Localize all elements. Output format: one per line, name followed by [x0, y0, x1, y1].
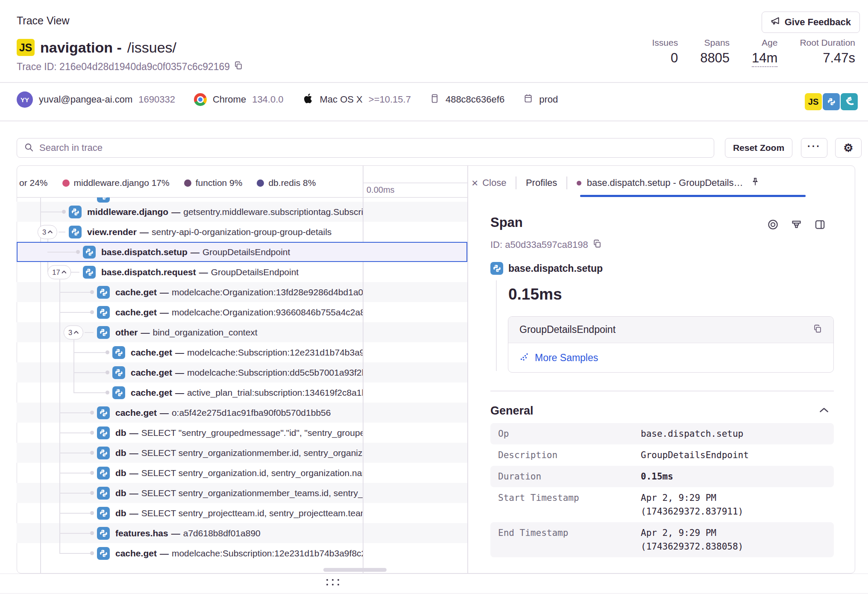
span-row-content: features.has—a7d618b8df01a890 — [97, 523, 363, 543]
span-heading: Span — [490, 215, 523, 230]
span-row-label: cache.get—modelcache:Subscription:dd5c5b… — [131, 368, 363, 378]
tree-connector-dot — [106, 371, 109, 374]
copy-icon[interactable] — [813, 324, 822, 336]
span-row-label: cache.get—modelcache:Subscription:12e231… — [115, 548, 363, 559]
collapse-badge[interactable]: 3 — [64, 325, 83, 339]
pin-icon[interactable] — [751, 177, 760, 189]
span-row-content: base.dispatch.request—GroupDetailsEndpoi… — [83, 262, 363, 282]
search-input[interactable] — [38, 142, 707, 154]
span-row-content: cache.get—modelcache:Subscription:12e231… — [97, 543, 363, 563]
more-samples-link[interactable]: More Samples — [535, 352, 598, 364]
legend-item[interactable]: db.redis 8% — [257, 178, 316, 188]
tab-profiles[interactable]: Profiles — [526, 177, 557, 188]
span-row-label: features.has—a7d618b8df01a890 — [115, 528, 261, 538]
trace-stats: Issues0Spans8805Age14mRoot Duration7.47s — [652, 38, 855, 67]
timeline-detail-divider[interactable] — [467, 166, 468, 573]
tree-connector — [59, 533, 92, 534]
transaction-name: navigation - — [40, 39, 122, 56]
bottom-resize-bar — [0, 574, 868, 594]
detail-guideline — [496, 280, 497, 371]
general-row-description: DescriptionGroupDetailsEndpoint — [490, 444, 834, 466]
span-row-label: cache.get—modelcache:Organization:936608… — [115, 307, 363, 318]
split-panel-icon[interactable] — [814, 219, 826, 232]
general-table: Opbase.dispatch.setupDescriptionGroupDet… — [490, 423, 834, 557]
transaction-path: /issues/ — [127, 39, 176, 56]
tree-connector-dot — [90, 511, 94, 515]
python-icon — [97, 306, 110, 319]
span-row-content: cache.get—modelcache:Organization:13fd28… — [97, 282, 363, 302]
tree-connector-dot — [90, 491, 94, 495]
span-id: ID: a50d33a597ca8198 — [490, 239, 602, 251]
reset-zoom-button[interactable]: Reset Zoom — [725, 138, 792, 158]
span-row-content: other—bind_organization_context — [97, 322, 363, 342]
page-title: Trace View — [17, 15, 70, 27]
general-key: Start Timestamp — [498, 491, 641, 518]
tree-connector — [73, 372, 107, 373]
general-value: Apr 2, 9:29 PM (1743629372.838058) — [641, 526, 743, 553]
copy-icon[interactable] — [592, 239, 602, 251]
general-key: Description — [498, 448, 641, 462]
settings-button[interactable]: ⚙ — [835, 138, 862, 158]
browser-name: Chrome — [213, 94, 246, 105]
section-divider — [490, 391, 834, 391]
python-icon — [97, 426, 110, 439]
span-row-label: db—SELECT sentry_organizationmember.id, … — [115, 448, 363, 458]
stat-root-duration: Root Duration7.47s — [800, 38, 855, 67]
span-row-content: view.render—sentry-api-0-organization-gr… — [69, 222, 363, 242]
active-tab-underline — [580, 195, 806, 197]
trace-id: Trace ID: 216e04d28d1940da9c0f0357c6c921… — [17, 61, 243, 73]
span-row-label: cache.get—o:a5f42e275d1ac91fba90f0b570d1… — [115, 408, 331, 418]
span-row-content: cache.get—active_plan_trial:subscription… — [112, 382, 363, 403]
span-ops-legend: or 24%middleware.django 17%function 9%db… — [19, 174, 361, 191]
tree-connector — [59, 232, 65, 232]
python-icon — [69, 206, 82, 218]
falcon-platform-icon — [841, 93, 858, 110]
legend-item[interactable]: or 24% — [19, 178, 48, 188]
span-row-label: db—SELECT sentry_organizationmember_team… — [115, 488, 363, 498]
close-tab-label[interactable]: Close — [482, 177, 506, 188]
span-row-label: cache.get—modelcache:Subscription:12e231… — [131, 347, 363, 358]
python-icon — [83, 266, 96, 279]
tab-active-span[interactable]: base.dispatch.setup - GroupDetails… — [587, 177, 743, 188]
tree-connector — [59, 513, 92, 514]
python-icon — [97, 527, 110, 540]
general-value: Apr 2, 9:29 PM (1743629372.837911) — [641, 491, 743, 518]
python-icon — [83, 246, 96, 259]
horizontal-scrollbar[interactable] — [323, 568, 387, 572]
python-icon — [490, 262, 503, 275]
flamegraph-icon[interactable] — [791, 219, 802, 232]
tree-connector — [40, 212, 64, 212]
collapse-badge[interactable]: 17 — [47, 265, 71, 279]
python-icon — [97, 406, 110, 419]
general-value: 0.15ms — [641, 470, 673, 483]
span-row-content: middleware.django—getsentry.middleware.s… — [69, 202, 363, 222]
close-icon[interactable]: × — [472, 177, 478, 188]
copy-icon[interactable] — [234, 61, 243, 73]
detail-tabs: × Close Profiles base.dispatch.setup - G… — [472, 173, 760, 193]
collapse-badge[interactable]: 3 — [38, 225, 57, 239]
span-op-title: base.dispatch.setup — [508, 263, 603, 274]
tree-connector-dot — [90, 290, 94, 294]
general-value: GroupDetailsEndpoint — [641, 448, 749, 462]
general-key: Op — [498, 427, 641, 441]
user-avatar[interactable]: YY — [17, 91, 33, 108]
chevron-up-icon[interactable] — [819, 407, 829, 415]
span-tree: middleware.django—getsentry.middleware.s… — [17, 197, 467, 573]
tree-timeline-divider[interactable] — [363, 166, 364, 573]
tree-connector-dot — [106, 350, 109, 354]
python-icon — [112, 346, 125, 359]
give-feedback-button[interactable]: Give Feedback — [762, 12, 860, 33]
legend-item[interactable]: middleware.django 17% — [62, 178, 170, 188]
more-options-button[interactable]: ··· — [801, 138, 827, 158]
ruler-top-border — [363, 182, 467, 183]
drag-handle[interactable] — [326, 579, 339, 585]
focus-icon[interactable] — [767, 219, 779, 232]
span-row-label: db—SELECT sentry_organization.id, sentry… — [115, 468, 363, 478]
tree-connector-dot — [106, 391, 109, 394]
general-key: Duration — [498, 470, 641, 483]
environment: prod — [539, 94, 558, 105]
trace-meta-row: YY yuval@pangea-ai.com 1690332 Chrome 13… — [17, 91, 558, 108]
tree-connector — [70, 272, 79, 273]
tree-connector — [85, 332, 94, 333]
legend-item[interactable]: function 9% — [184, 178, 243, 188]
